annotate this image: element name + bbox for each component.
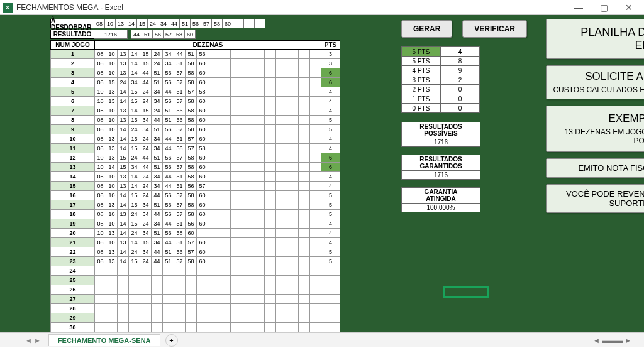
gerar-button[interactable]: GERAR (401, 20, 452, 38)
dezena-cell[interactable] (287, 144, 299, 153)
dezena-cell[interactable]: 44 (152, 210, 163, 219)
dezena-cell[interactable] (186, 266, 197, 276)
dezena-cell[interactable] (231, 106, 242, 116)
dezena-cell[interactable]: 34 (140, 229, 152, 238)
dezena-cell[interactable] (219, 50, 231, 59)
dezena-cell[interactable]: 51 (174, 219, 186, 229)
dezena-cell[interactable] (287, 295, 299, 304)
dezena-cell[interactable]: 10 (106, 125, 118, 134)
dezena-cell[interactable]: 14 (118, 200, 129, 210)
dezena-cell[interactable] (276, 182, 287, 191)
dezena-cell[interactable]: 34 (152, 219, 163, 229)
dezena-cell[interactable]: 34 (129, 78, 140, 87)
dezena-cell[interactable] (276, 78, 287, 87)
dezena-cell[interactable]: 51 (152, 163, 163, 172)
dezena-cell[interactable] (253, 323, 265, 332)
dezena-cell[interactable]: 13 (106, 97, 118, 106)
dezena-cell[interactable] (253, 200, 265, 210)
dezena-cell[interactable]: 60 (197, 134, 208, 144)
dezena-cell[interactable] (299, 163, 310, 172)
dezena-cell[interactable] (310, 238, 321, 247)
dezena-cell[interactable] (276, 106, 287, 116)
dezena-cell[interactable] (276, 153, 287, 163)
dezena-cell[interactable]: 57 (197, 182, 208, 191)
dezena-cell[interactable] (299, 313, 310, 323)
dezena-cell[interactable]: 56 (163, 200, 174, 210)
dezena-cell[interactable] (310, 134, 321, 144)
dezena-cell[interactable] (208, 97, 219, 106)
dezena-cell[interactable] (253, 68, 265, 78)
dezena-cell[interactable] (208, 285, 219, 295)
dezena-cell[interactable]: 08 (95, 219, 106, 229)
dezena-cell[interactable] (276, 200, 287, 210)
dezena-cell[interactable] (242, 125, 253, 134)
dezena-cell[interactable] (253, 125, 265, 134)
dezena-cell[interactable] (253, 50, 265, 59)
dezena-cell[interactable]: 58 (186, 153, 197, 163)
dezena-cell[interactable]: 60 (197, 163, 208, 172)
dezena-cell[interactable] (95, 276, 106, 285)
dezena-cell[interactable] (287, 323, 299, 332)
dezena-cell[interactable] (208, 276, 219, 285)
dezena-cell[interactable]: 10 (106, 50, 118, 59)
desdobrar-cell[interactable]: 58 (211, 19, 223, 28)
dezena-cell[interactable]: 08 (95, 247, 106, 257)
dezena-cell[interactable]: 14 (129, 59, 140, 68)
dezena-cell[interactable]: 14 (118, 134, 129, 144)
dezena-cell[interactable] (265, 191, 276, 200)
dezena-cell[interactable]: 56 (174, 116, 186, 125)
dezena-cell[interactable]: 58 (186, 125, 197, 134)
desdobrar-cell[interactable]: 10 (104, 19, 116, 28)
dezena-cell[interactable] (310, 257, 321, 266)
dezena-cell[interactable] (276, 163, 287, 172)
dezena-cell[interactable]: 34 (140, 210, 152, 219)
dezena-cell[interactable] (265, 229, 276, 238)
dezena-cell[interactable] (242, 97, 253, 106)
dezena-cell[interactable]: 15 (140, 59, 152, 68)
dezena-cell[interactable] (242, 257, 253, 266)
dezena-cell[interactable] (253, 144, 265, 153)
dezena-cell[interactable]: 14 (129, 68, 140, 78)
dezena-cell[interactable]: 13 (106, 144, 118, 153)
dezena-cell[interactable]: 08 (95, 68, 106, 78)
dezena-cell[interactable] (299, 295, 310, 304)
dezena-cell[interactable] (310, 219, 321, 229)
dezena-cell[interactable] (231, 59, 242, 68)
dezena-cell[interactable]: 14 (118, 229, 129, 238)
maximize-button[interactable]: ▢ (591, 3, 616, 13)
resultado-cell[interactable]: 58 (174, 30, 185, 39)
dezena-cell[interactable] (242, 68, 253, 78)
dezena-cell[interactable] (174, 285, 186, 295)
dezena-cell[interactable] (299, 229, 310, 238)
dezena-cell[interactable] (253, 257, 265, 266)
dezena-cell[interactable] (265, 87, 276, 97)
dezena-cell[interactable] (231, 172, 242, 182)
dezena-cell[interactable]: 44 (163, 87, 174, 97)
dezena-cell[interactable] (310, 266, 321, 276)
dezena-cell[interactable] (287, 59, 299, 68)
dezena-cell[interactable] (265, 50, 276, 59)
desdobrar-cell[interactable] (243, 19, 255, 28)
dezena-cell[interactable]: 60 (197, 210, 208, 219)
resultado-cell[interactable]: 60 (184, 30, 196, 39)
dezena-cell[interactable] (276, 247, 287, 257)
dezena-cell[interactable] (299, 97, 310, 106)
dezena-cell[interactable] (265, 210, 276, 219)
dezena-cell[interactable] (219, 134, 231, 144)
dezena-cell[interactable] (208, 172, 219, 182)
dezena-cell[interactable]: 13 (118, 238, 129, 247)
dezena-cell[interactable] (287, 200, 299, 210)
dezena-cell[interactable] (265, 144, 276, 153)
dezena-cell[interactable]: 08 (95, 172, 106, 182)
dezena-cell[interactable] (287, 257, 299, 266)
dezena-cell[interactable] (253, 163, 265, 172)
dezena-cell[interactable]: 24 (152, 106, 163, 116)
dezena-cell[interactable] (310, 153, 321, 163)
dezena-cell[interactable]: 14 (118, 247, 129, 257)
dezena-cell[interactable]: 13 (106, 247, 118, 257)
dezena-cell[interactable]: 34 (140, 125, 152, 134)
dezena-cell[interactable] (310, 304, 321, 313)
resultado-count[interactable]: 1716 (94, 30, 128, 39)
dezena-cell[interactable]: 58 (186, 257, 197, 266)
dezena-cell[interactable] (265, 313, 276, 323)
